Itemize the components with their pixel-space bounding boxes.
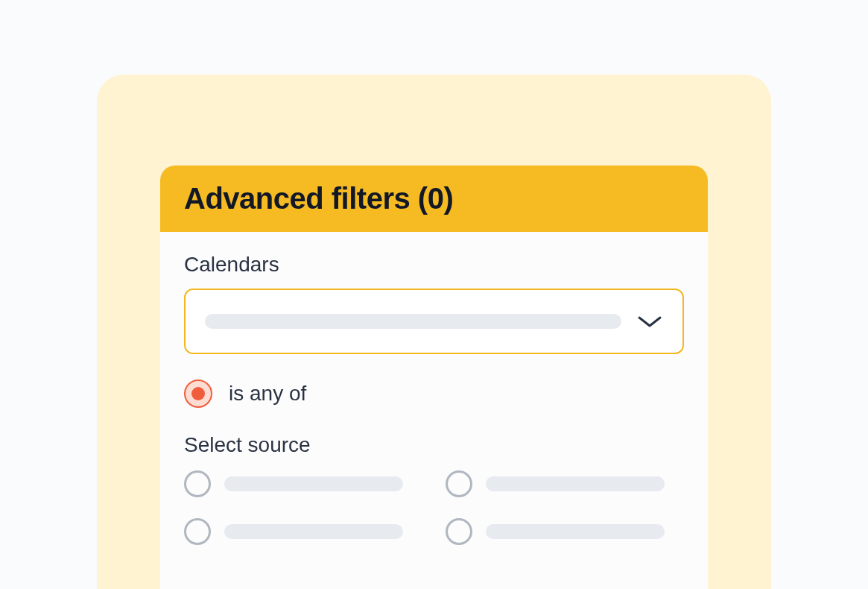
radio-icon (446, 470, 472, 497)
advanced-filters-panel: Advanced filters (0) Calendars is any of… (160, 166, 708, 589)
filter-mode-row: is any of (184, 379, 684, 408)
source-option[interactable] (446, 470, 685, 497)
radio-icon (184, 518, 211, 545)
calendars-dropdown[interactable] (184, 289, 684, 354)
calendars-label: Calendars (184, 253, 684, 277)
source-label-placeholder (224, 476, 403, 491)
radio-icon (184, 470, 211, 497)
panel-header: Advanced filters (0) (160, 166, 708, 232)
source-option[interactable] (184, 470, 423, 497)
source-option[interactable] (446, 518, 685, 545)
radio-icon (446, 518, 472, 545)
source-option[interactable] (184, 518, 423, 545)
feature-card: Advanced filters (0) Calendars is any of… (97, 75, 771, 589)
dropdown-value-placeholder (205, 314, 621, 329)
filter-mode-label: is any of (229, 382, 306, 406)
filter-mode-radio[interactable] (184, 379, 212, 408)
panel-title: Advanced filters (0) (184, 182, 684, 215)
panel-body: Calendars is any of Select source (160, 232, 708, 589)
radio-dot-icon (191, 387, 205, 400)
source-label-placeholder (224, 524, 403, 539)
source-label-placeholder (486, 476, 665, 491)
chevron-down-icon (636, 314, 663, 329)
source-options-grid (184, 470, 684, 545)
select-source-label: Select source (184, 433, 684, 457)
source-label-placeholder (486, 524, 665, 539)
